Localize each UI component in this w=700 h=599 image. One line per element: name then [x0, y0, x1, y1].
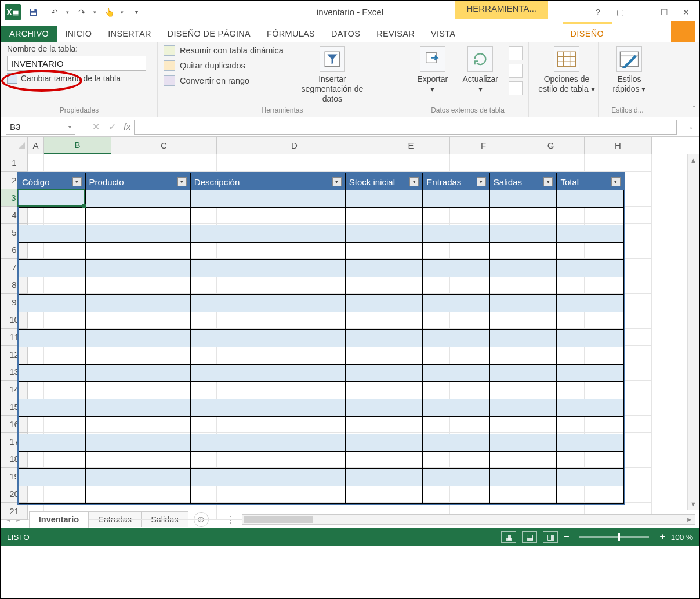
- table-cell[interactable]: [346, 330, 423, 347]
- table-cell[interactable]: [191, 365, 346, 382]
- table-cell[interactable]: [191, 434, 346, 452]
- table-cell[interactable]: [19, 434, 86, 452]
- open-browser-icon[interactable]: [509, 64, 523, 78]
- zoom-out-button[interactable]: −: [564, 532, 569, 542]
- zoom-slider[interactable]: [579, 536, 649, 538]
- table-cell[interactable]: [19, 469, 86, 486]
- tab-revisar[interactable]: REVISAR: [368, 26, 423, 42]
- table-cell[interactable]: [346, 347, 423, 365]
- filter-icon[interactable]: ▾: [332, 177, 342, 186]
- fx-icon[interactable]: fx: [124, 122, 130, 132]
- cell[interactable]: [44, 154, 111, 172]
- table-cell[interactable]: [19, 190, 86, 208]
- table-cell[interactable]: [19, 452, 86, 469]
- table-cell[interactable]: [86, 260, 191, 277]
- table-cell[interactable]: [346, 417, 423, 434]
- table-cell[interactable]: [86, 417, 191, 434]
- table-cell[interactable]: [557, 486, 624, 504]
- table-cell[interactable]: [423, 486, 490, 504]
- table-cell[interactable]: [490, 295, 557, 312]
- view-page-break-icon[interactable]: ▥: [543, 531, 558, 543]
- properties-icon[interactable]: [509, 46, 523, 60]
- table-cell[interactable]: [490, 277, 557, 295]
- table-cell[interactable]: [191, 347, 346, 365]
- tab-fórmulas[interactable]: FÓRMULAS: [259, 26, 323, 42]
- table-cell[interactable]: [490, 434, 557, 452]
- table-cell[interactable]: [490, 347, 557, 365]
- table-cell[interactable]: [557, 243, 624, 260]
- column-header-E[interactable]: E: [372, 137, 450, 154]
- table-cell[interactable]: [490, 208, 557, 225]
- table-cell[interactable]: [19, 330, 86, 347]
- table-cell[interactable]: [557, 330, 624, 347]
- table-cell[interactable]: [423, 190, 490, 208]
- filter-icon[interactable]: ▾: [72, 177, 82, 186]
- table-cell[interactable]: [490, 399, 557, 417]
- table-cell[interactable]: [490, 312, 557, 330]
- column-header-C[interactable]: C: [111, 137, 217, 154]
- table-cell[interactable]: [490, 452, 557, 469]
- help-button[interactable]: ?: [587, 5, 608, 20]
- table-cell[interactable]: [423, 365, 490, 382]
- table-cell[interactable]: [557, 312, 624, 330]
- scroll-down-icon[interactable]: ▼: [690, 500, 697, 507]
- table-cell[interactable]: [490, 365, 557, 382]
- table-cell[interactable]: [86, 208, 191, 225]
- table-cell[interactable]: [19, 277, 86, 295]
- table-cell[interactable]: [346, 295, 423, 312]
- table-cell[interactable]: [423, 452, 490, 469]
- table-cell[interactable]: [423, 434, 490, 452]
- table-cell[interactable]: [19, 347, 86, 365]
- table-cell[interactable]: [19, 295, 86, 312]
- cell[interactable]: [111, 154, 217, 172]
- table-header[interactable]: Producto▾: [86, 173, 191, 190]
- table-cell[interactable]: [86, 225, 191, 243]
- select-all-corner[interactable]: [1, 137, 28, 154]
- table-cell[interactable]: [86, 277, 191, 295]
- table-cell[interactable]: [346, 312, 423, 330]
- cancel-formula-icon[interactable]: ✕: [88, 120, 104, 135]
- ribbon-display-options[interactable]: ▢: [610, 5, 630, 20]
- table-header[interactable]: Total▾: [557, 173, 624, 190]
- table-cell[interactable]: [191, 260, 346, 277]
- name-box[interactable]: B3▾: [6, 120, 75, 135]
- table-cell[interactable]: [346, 399, 423, 417]
- table-cell[interactable]: [19, 312, 86, 330]
- table-cell[interactable]: [490, 260, 557, 277]
- table-header[interactable]: Salidas▾: [490, 173, 557, 190]
- vertical-scrollbar[interactable]: ▲ ▼: [687, 154, 699, 510]
- table-cell[interactable]: [557, 225, 624, 243]
- table-cell[interactable]: [86, 399, 191, 417]
- cell[interactable]: [517, 154, 585, 172]
- table-cell[interactable]: [346, 243, 423, 260]
- table-cell[interactable]: [557, 365, 624, 382]
- table-cell[interactable]: [346, 190, 423, 208]
- redo-icon[interactable]: ↷: [74, 5, 90, 19]
- table-cell[interactable]: [346, 486, 423, 504]
- table-cell[interactable]: [19, 486, 86, 504]
- scroll-right-icon[interactable]: ►: [686, 516, 692, 523]
- table-cell[interactable]: [86, 347, 191, 365]
- table-cell[interactable]: [86, 243, 191, 260]
- filter-icon[interactable]: ▾: [409, 177, 419, 186]
- table-cell[interactable]: [557, 208, 624, 225]
- table-header[interactable]: Descripción▾: [191, 173, 346, 190]
- table-cell[interactable]: [557, 190, 624, 208]
- formula-input[interactable]: [134, 120, 677, 135]
- unlink-icon[interactable]: [509, 81, 523, 95]
- minimize-button[interactable]: —: [632, 5, 652, 20]
- table-cell[interactable]: [86, 330, 191, 347]
- table-cell[interactable]: [490, 469, 557, 486]
- table-cell[interactable]: [423, 382, 490, 399]
- view-normal-icon[interactable]: ▦: [501, 531, 516, 543]
- table-cell[interactable]: [86, 452, 191, 469]
- column-header-F[interactable]: F: [450, 137, 517, 154]
- table-cell[interactable]: [557, 347, 624, 365]
- table-cell[interactable]: [490, 225, 557, 243]
- table-cell[interactable]: [86, 469, 191, 486]
- table-cell[interactable]: [423, 277, 490, 295]
- table-cell[interactable]: [86, 190, 191, 208]
- table-cell[interactable]: [557, 399, 624, 417]
- qat-customize-icon[interactable]: ▾: [128, 5, 144, 19]
- collapse-ribbon-icon[interactable]: ˆ: [692, 105, 695, 114]
